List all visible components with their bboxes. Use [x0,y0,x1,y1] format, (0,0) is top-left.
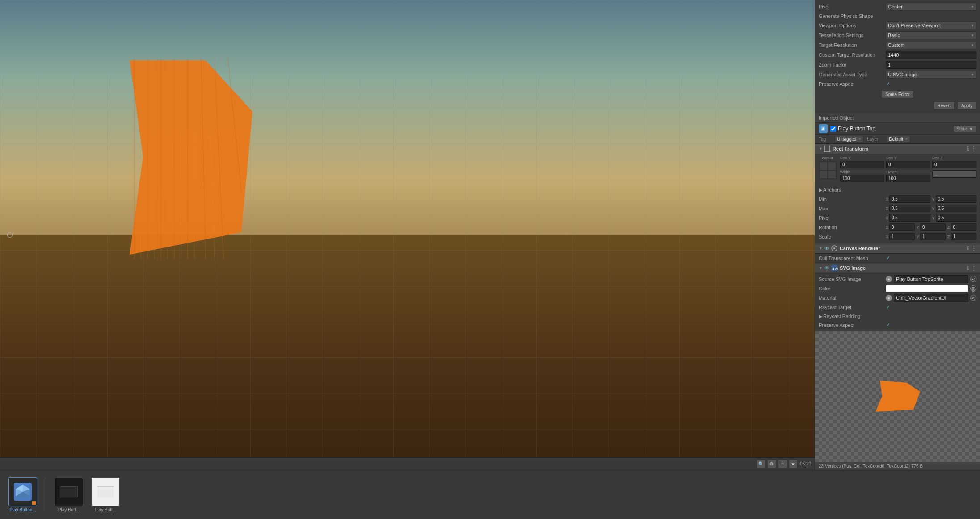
svg-preserve-aspect-checkmark[interactable]: ✓ [886,322,890,328]
asset-label-0: Play Button... [9,507,36,512]
svg-marker-27 [875,381,920,412]
anchor-max-y-group: Y 0.5 [932,205,977,212]
asset-item-2[interactable]: Play Butt... [90,477,121,512]
viewport-options-dropdown[interactable]: Don't Preserve Viewport [886,21,976,29]
tag-dropdown[interactable]: Untagged [835,136,863,142]
material-target-icon[interactable]: ● [886,295,892,301]
rot-x-value[interactable]: 0 [889,223,915,231]
anchor-max-y-value[interactable]: 0.5 [936,205,976,212]
tools-icon[interactable]: ⚙ [768,460,776,468]
pivot-dropdown[interactable]: Center [886,3,976,11]
color-picker-icon[interactable]: ◎ [970,285,976,292]
svg-image-info-icon[interactable]: ℹ [967,265,969,271]
cull-checkmark[interactable]: ✓ [886,255,890,261]
scale-z-label: Z [947,234,950,239]
asset-item-0[interactable]: Play Button... [7,477,38,512]
layer-label: Layer [867,137,883,142]
rect-transform-triangle: ▼ [819,146,823,151]
pivot-y-label: Y [932,216,935,220]
tag-label: Tag [819,137,831,142]
svg-point-20 [829,146,830,147]
custom-target-value[interactable]: 1440 [886,51,976,59]
svg-rect-18 [824,146,830,151]
layer-dropdown[interactable]: Default [887,136,910,142]
raycast-padding-label: Raycast Padding [823,314,860,319]
pos-y-value[interactable]: 0 [886,161,930,168]
target-resolution-dropdown[interactable]: Custom [886,41,976,49]
pivot-x-value[interactable]: 0.5 [889,214,930,222]
canvas-renderer-eye-icon[interactable]: 👁 [824,245,831,252]
source-svg-picker-icon[interactable]: ◎ [970,276,976,282]
anchor-max-row: Max X 0.5 Y 0.5 [819,204,976,213]
raycast-checkmark[interactable]: ✓ [886,304,890,310]
generated-asset-dropdown[interactable]: UISVGImage [886,71,976,79]
zoom-factor-value[interactable]: 1 [886,61,976,69]
width-label: Width [840,170,884,174]
scale-x-value[interactable]: 1 [889,233,915,240]
preserve-aspect-checkmark[interactable]: ✓ [886,81,890,87]
height-label: Height [886,170,930,174]
width-field: Width 100 [840,170,884,182]
scale-z-value[interactable]: 1 [951,233,977,240]
anchors-toggle[interactable]: ▶ Anchors [819,187,841,193]
rect-transform-info-icon[interactable]: ℹ [967,146,969,152]
source-svg-target-icon[interactable]: ● [886,276,892,282]
asset-item-1[interactable]: Play Butt... [53,477,84,512]
anchor-min-y-value[interactable]: 0.5 [936,195,976,203]
generate-physics-row: Generate Physics Shape [815,12,980,21]
sprite-editor-button[interactable]: Sprite Editor [881,90,914,98]
scale-values: X 1 Y 1 Z 1 [886,233,976,240]
search-icon[interactable]: 🔍 [757,460,765,468]
pos-xyz-row: Pos X 0 Pos Y 0 Pos Z 0 [840,156,976,168]
tessellation-dropdown[interactable]: Basic [886,31,976,39]
vertices-info: 23 Vertices (Pos, Col, TexCoord0, TexCoo… [819,464,923,469]
raycast-padding-toggle[interactable]: ▶ Raycast Padding [819,314,886,319]
material-value-row: ● Unlit_VectorGradientUI ◎ [886,294,976,302]
canvas-renderer-menu-icon[interactable]: ⋮ [971,245,976,251]
svg-import-section: Pivot Center Generate Physics Shape View… [815,0,980,113]
static-dropdown[interactable]: Static ▼ [953,126,976,132]
gameobject-name[interactable]: Play Button Top [838,126,953,132]
rect-transform-header[interactable]: ▼ Rect Transform ℹ ⋮ [815,143,980,154]
layers-icon[interactable]: ≡ [778,460,787,468]
material-picker-icon[interactable]: ◎ [970,295,976,301]
star-icon[interactable]: ★ [789,460,797,468]
rot-z-label: Z [947,225,950,230]
scale-y-value[interactable]: 1 [920,233,946,240]
height-value[interactable]: 100 [886,175,930,182]
revert-button[interactable]: Revert [934,101,955,109]
width-value[interactable]: 100 [840,175,884,182]
anchor-bl [819,170,828,179]
anchor-min-x-label: X [886,197,888,201]
svg-image-eye-icon[interactable]: 👁 [824,264,831,272]
viewport-options-row: Viewport Options Don't Preserve Viewport [815,21,980,30]
anchor-min-x-value[interactable]: 0.5 [889,195,930,203]
pos-x-value[interactable]: 0 [840,161,884,168]
svg-image-header[interactable]: ▼ 👁 SVG SVG Image ℹ ⋮ [815,263,980,273]
svg-point-19 [824,146,825,147]
color-swatch[interactable] [886,285,968,292]
anchor-widget[interactable] [819,161,837,179]
canvas-renderer-info-icon[interactable]: ℹ [967,245,969,251]
rect-transform-menu-icon[interactable]: ⋮ [971,146,976,152]
apply-button[interactable]: Apply [957,101,976,109]
preview-area [815,331,980,462]
center-label: center [822,156,833,160]
raycast-target-row: Raycast Target ✓ [815,303,980,312]
pivot-y-group: Y 0.5 [932,214,977,222]
material-value[interactable]: Unlit_VectorGradientUI [894,294,968,302]
pivot-rt-values: X 0.5 Y 0.5 [886,214,976,222]
anchors-triangle: ▶ [819,187,822,193]
pivot-y-value[interactable]: 0.5 [936,214,976,222]
source-svg-value[interactable]: Play Button TopSprite [894,275,968,283]
svg-image-menu-icon[interactable]: ⋮ [971,265,976,271]
black-thumb [60,486,78,497]
anchor-max-x-value[interactable]: 0.5 [889,205,930,212]
pos-z-value[interactable]: 0 [932,161,976,168]
rot-y-value[interactable]: 0 [920,223,946,231]
scene-viewport[interactable]: 🔍 ⚙ ≡ ★ 05:20 [0,0,815,470]
gameobject-active-toggle[interactable] [830,126,836,132]
canvas-renderer-header[interactable]: ▼ 👁 Canvas Renderer ℹ ⋮ [815,243,980,254]
anchor-max-x-label: X [886,206,888,211]
rot-z-value[interactable]: 0 [951,223,977,231]
